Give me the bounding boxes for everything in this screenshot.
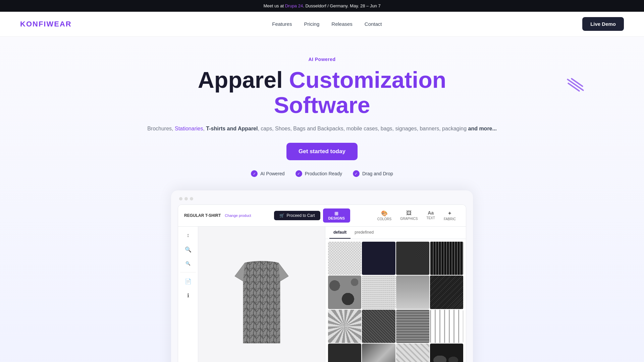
nav-pricing[interactable]: Pricing: [304, 21, 319, 27]
main-nav: Features Pricing Releases Contact: [272, 21, 382, 27]
designs-button[interactable]: ⊞ DESIGNS: [323, 208, 351, 223]
browser-dot-3: [190, 197, 193, 200]
hero-section: AI Powered Apparel Customization Softwar…: [0, 37, 644, 362]
designs-label: DESIGNS: [328, 216, 345, 220]
svg-rect-4: [225, 259, 299, 347]
proceed-label: Proceed to Cart: [286, 213, 315, 218]
badge-ai-label: AI Powered: [260, 171, 284, 176]
design-cell-9[interactable]: [328, 310, 361, 343]
top-banner: Meet us at Drupa 24. Dusseldorf / German…: [0, 0, 644, 12]
design-cell-3[interactable]: [396, 242, 429, 275]
move-tool[interactable]: ↕: [183, 230, 194, 241]
hero-badge: AI Powered: [7, 57, 637, 62]
text-icon: Aa: [428, 210, 434, 216]
hero-subtitle: Brochures, Stationaries, T-shirts and Ap…: [7, 124, 637, 133]
text-label: TEXT: [426, 216, 435, 220]
fabric-label: FABRIC: [444, 217, 456, 221]
tool-tabs: 🎨 COLORS 🖼 GRAPHICS Aa TEXT ✦: [373, 208, 460, 223]
designs-icon: ⊞: [334, 211, 338, 216]
right-panel: default predefined: [325, 227, 466, 362]
colors-tab[interactable]: 🎨 COLORS: [373, 208, 395, 223]
banner-text-before: Meet us at: [263, 3, 285, 8]
fabric-icon: ✦: [447, 210, 452, 217]
subtitle-more: and more...: [468, 126, 497, 131]
canvas-area: [198, 227, 325, 362]
designs-tab-predefined[interactable]: predefined: [351, 227, 378, 239]
browser-bar: [178, 197, 466, 200]
subtitle-tshirts: T-shirts and Apparel: [206, 126, 258, 131]
design-cell-2[interactable]: [362, 242, 395, 275]
graphics-label: GRAPHICS: [400, 217, 418, 221]
toolbar-left: REGULAR T-SHIRT Change product: [184, 213, 251, 218]
hero-title-part1: Apparel: [198, 67, 289, 93]
badge-drag-label: Drag and Drop: [362, 171, 393, 176]
change-product-link[interactable]: Change product: [225, 214, 251, 218]
browser-dot-1: [179, 197, 182, 200]
get-started-button[interactable]: Get started today: [286, 143, 358, 160]
badge-drag-drop: ✓ Drag and Drop: [353, 170, 393, 177]
zoom-out-tool[interactable]: 🔍: [183, 258, 194, 269]
toolbar-center: 🛒 Proceed to Cart ⊞ DESIGNS: [274, 208, 350, 223]
layer-tool[interactable]: 📄: [183, 276, 194, 287]
left-panel: ↕ 🔍 🔍 📄 ℹ: [178, 227, 198, 362]
proceed-to-cart-button[interactable]: 🛒 Proceed to Cart: [274, 211, 320, 220]
info-tool[interactable]: ℹ: [183, 290, 194, 301]
live-demo-button[interactable]: Live Demo: [582, 17, 624, 31]
app-toolbar: REGULAR T-SHIRT Change product 🛒 Proceed…: [178, 205, 466, 227]
app-body: ↕ 🔍 🔍 📄 ℹ: [178, 227, 466, 362]
design-cell-15[interactable]: [396, 344, 429, 362]
graphics-icon: 🖼: [406, 210, 412, 216]
deco-icon: [566, 75, 585, 96]
app-inner: REGULAR T-SHIRT Change product 🛒 Proceed…: [178, 204, 466, 362]
colors-icon: 🎨: [381, 210, 388, 217]
design-cell-5[interactable]: [328, 276, 361, 309]
fabric-tab[interactable]: ✦ FABRIC: [440, 208, 460, 223]
browser-dot-2: [184, 197, 188, 200]
colors-label: COLORS: [377, 217, 391, 221]
design-cell-13[interactable]: [328, 344, 361, 362]
design-cell-11[interactable]: [396, 310, 429, 343]
banner-text-after: . Dusseldorf / Germany. May. 28 – Jun 7: [303, 3, 380, 8]
design-cell-4[interactable]: [430, 242, 463, 275]
nav-contact[interactable]: Contact: [365, 21, 382, 27]
designs-grid: [325, 239, 466, 362]
header: KONFIWEAR Features Pricing Releases Cont…: [0, 12, 644, 37]
cart-icon: 🛒: [279, 213, 284, 218]
designs-tabs: default predefined: [325, 227, 466, 239]
graphics-tab[interactable]: 🖼 GRAPHICS: [396, 208, 422, 223]
design-cell-12[interactable]: [430, 310, 463, 343]
product-label: REGULAR T-SHIRT: [184, 213, 221, 218]
check-icon-production: ✓: [296, 170, 302, 177]
nav-features[interactable]: Features: [272, 21, 292, 27]
designs-tab-default[interactable]: default: [329, 227, 351, 239]
design-cell-7[interactable]: [396, 276, 429, 309]
hero-title: Apparel Customization Software: [171, 67, 473, 118]
check-icon-ai: ✓: [251, 170, 258, 177]
subtitle-stationaries: Stationaries: [175, 126, 203, 131]
design-cell-8[interactable]: [430, 276, 463, 309]
badge-production-label: Production Ready: [305, 171, 342, 176]
zoom-in-tool[interactable]: 🔍: [183, 244, 194, 255]
app-screenshot: REGULAR T-SHIRT Change product 🛒 Proceed…: [171, 190, 473, 362]
design-cell-1[interactable]: [328, 242, 361, 275]
badge-production-ready: ✓ Production Ready: [296, 170, 342, 177]
tshirt-preview: [225, 259, 299, 347]
nav-releases[interactable]: Releases: [331, 21, 353, 27]
logo-text: KONFIWEAR: [20, 20, 72, 28]
hero-title-accent: Customization Software: [274, 67, 446, 118]
design-cell-6[interactable]: [362, 276, 395, 309]
design-cell-16[interactable]: [430, 344, 463, 362]
badge-ai-powered: ✓ AI Powered: [251, 170, 284, 177]
separator: [180, 272, 196, 273]
text-tab[interactable]: Aa TEXT: [422, 208, 439, 223]
logo: KONFIWEAR: [20, 20, 72, 28]
check-icon-drag: ✓: [353, 170, 360, 177]
design-cell-14[interactable]: [362, 344, 395, 362]
design-cell-10[interactable]: [362, 310, 395, 343]
banner-link[interactable]: Drupa 24: [285, 3, 303, 8]
feature-badges: ✓ AI Powered ✓ Production Ready ✓ Drag a…: [7, 170, 637, 177]
